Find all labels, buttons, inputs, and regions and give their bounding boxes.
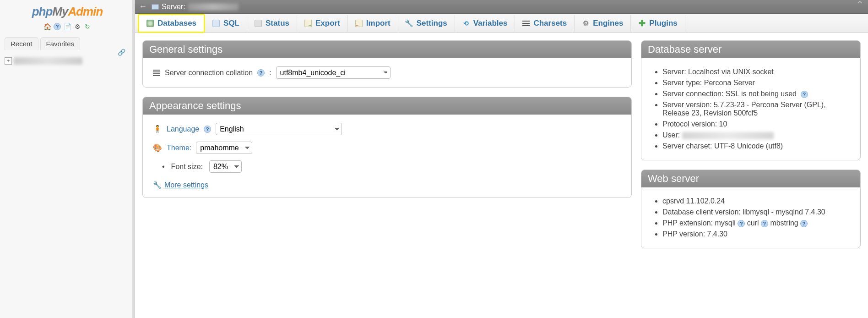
- language-select[interactable]: English: [216, 123, 342, 135]
- help-icon[interactable]: ?: [53, 22, 61, 31]
- expand-icon[interactable]: +: [5, 57, 12, 65]
- tab-databases[interactable]: Databases: [138, 14, 205, 33]
- webserver-item: PHP version: 7.4.30: [662, 229, 850, 240]
- phpext-mysqli: mysqli: [715, 219, 735, 227]
- server-icon: [152, 4, 159, 10]
- phpext-mbstring: mbstring: [770, 219, 798, 227]
- export-icon: [304, 20, 312, 27]
- theme-label: Theme:: [167, 144, 191, 152]
- sidebar-tab-recent[interactable]: Recent: [5, 37, 38, 50]
- wrench-icon: 🔧: [153, 181, 162, 189]
- dbserver-user-label: User:: [662, 131, 680, 139]
- tab-export[interactable]: Export: [297, 15, 348, 32]
- home-icon[interactable]: 🏠: [43, 22, 51, 31]
- import-icon: [355, 20, 363, 27]
- main: ← Server: ⌃ Databases SQL Status Export …: [135, 0, 868, 318]
- collation-label: Server connection collation: [165, 69, 253, 77]
- tab-status-label: Status: [266, 19, 289, 28]
- top-menu: Databases SQL Status Export Import 🔧Sett…: [135, 14, 868, 33]
- db-tree-item-redacted[interactable]: [14, 57, 82, 65]
- theme-select[interactable]: pmahomme: [196, 142, 252, 154]
- logo-php: php: [32, 5, 53, 18]
- panel-header-appearance: Appearance settings: [143, 97, 631, 115]
- theme-icon: 🎨: [153, 143, 162, 152]
- phpext-label: PHP extension:: [662, 219, 713, 227]
- charsets-icon: [522, 23, 530, 24]
- server-label: Server:: [162, 3, 185, 11]
- panel-header-general: General settings: [143, 41, 631, 58]
- dbserver-item: Server type: Percona Server: [662, 77, 850, 88]
- sidebar-tab-favorites[interactable]: Favorites: [40, 37, 81, 50]
- panel-header-webserver: Web server: [641, 170, 860, 187]
- panel-web-server: Web server cpsrvd 11.102.0.24 Database c…: [641, 170, 861, 248]
- panel-database-server: Database server Server: Localhost via UN…: [641, 40, 861, 160]
- tab-import[interactable]: Import: [348, 15, 398, 32]
- tab-plugins[interactable]: ✚Plugins: [631, 15, 685, 32]
- logo[interactable]: phpMyAdmin: [0, 0, 135, 21]
- tab-engines-label: Engines: [593, 19, 623, 28]
- tab-sql[interactable]: SQL: [205, 15, 247, 32]
- tab-plugins-label: Plugins: [649, 19, 677, 28]
- tab-export-label: Export: [315, 19, 340, 28]
- fontsize-select[interactable]: 82%: [209, 160, 242, 173]
- tab-settings-label: Settings: [417, 19, 447, 28]
- dbserver-item: Protocol version: 10: [662, 119, 850, 130]
- tab-settings[interactable]: 🔧Settings: [398, 15, 455, 32]
- help-icon[interactable]: ?: [204, 126, 211, 133]
- webserver-item: Database client version: libmysql - mysq…: [662, 207, 850, 218]
- language-icon: 🧍: [153, 125, 162, 133]
- help-icon[interactable]: ?: [761, 220, 768, 227]
- collation-select[interactable]: utf8mb4_unicode_ci: [276, 66, 391, 79]
- panel-appearance-settings: Appearance settings 🧍 Language ? English…: [142, 97, 632, 198]
- tab-import-label: Import: [366, 19, 391, 28]
- dbserver-user-redacted: [682, 132, 774, 139]
- plugins-icon: ✚: [638, 20, 646, 27]
- tab-variables-label: Variables: [473, 19, 508, 28]
- collation-icon: [153, 70, 160, 76]
- dbserver-item: User:: [662, 130, 850, 141]
- webserver-item: cpsrvd 11.102.0.24: [662, 196, 850, 207]
- variables-icon: ⟲: [462, 20, 470, 27]
- dbserver-ssl-text: Server connection: SSL is not being used: [662, 90, 797, 98]
- back-icon[interactable]: ←: [139, 2, 152, 11]
- logo-admin: Admin: [68, 5, 103, 18]
- help-icon[interactable]: ?: [738, 220, 745, 227]
- tab-engines[interactable]: ⚙Engines: [575, 15, 631, 32]
- engines-icon: ⚙: [582, 20, 589, 27]
- settings-icon[interactable]: ⚙: [73, 22, 81, 31]
- dbserver-item: Server charset: UTF-8 Unicode (utf8): [662, 141, 850, 152]
- sql-query-icon[interactable]: 📄: [63, 22, 71, 31]
- fontsize-label: Font size:: [171, 163, 203, 171]
- more-settings-link[interactable]: More settings: [164, 181, 208, 189]
- tab-databases-label: Databases: [157, 19, 196, 28]
- language-label: Language: [167, 125, 199, 133]
- database-icon: [146, 20, 154, 27]
- server-name-redacted: [188, 3, 239, 11]
- phpext-curl: curl: [747, 219, 759, 227]
- sidebar: phpMyAdmin 🏠 ? 📄 ⚙ ↻ Recent Favorites 🔗 …: [0, 0, 135, 318]
- collapse-icon[interactable]: ⌃: [854, 2, 865, 8]
- sidebar-resize-handle[interactable]: [132, 0, 135, 318]
- panel-general-settings: General settings Server connection colla…: [142, 40, 632, 88]
- help-icon[interactable]: ?: [801, 91, 808, 98]
- dbserver-item: Server connection: SSL is not being used…: [662, 88, 850, 99]
- settings-tab-icon: 🔧: [406, 20, 413, 27]
- bullet-icon: •: [162, 163, 165, 171]
- panel-header-dbserver: Database server: [641, 41, 860, 58]
- help-icon[interactable]: ?: [800, 220, 808, 227]
- help-icon[interactable]: ?: [257, 69, 265, 77]
- dbserver-item: Server: Localhost via UNIX socket: [662, 66, 850, 77]
- dbserver-item: Server version: 5.7.23-23 - Percona Serv…: [662, 99, 850, 119]
- status-icon: [255, 20, 262, 27]
- webserver-item: PHP extension: mysqli ? curl ? mbstring …: [662, 218, 850, 229]
- sql-icon: [212, 20, 220, 27]
- link-icon[interactable]: 🔗: [118, 49, 125, 56]
- topbar: ← Server: ⌃: [135, 0, 868, 14]
- tab-variables[interactable]: ⟲Variables: [455, 15, 515, 32]
- tab-charsets-label: Charsets: [533, 19, 567, 28]
- reload-icon[interactable]: ↻: [83, 22, 92, 31]
- tab-sql-label: SQL: [223, 19, 239, 28]
- logo-my: My: [52, 5, 68, 18]
- tab-charsets[interactable]: Charsets: [515, 15, 575, 32]
- tab-status[interactable]: Status: [247, 15, 297, 32]
